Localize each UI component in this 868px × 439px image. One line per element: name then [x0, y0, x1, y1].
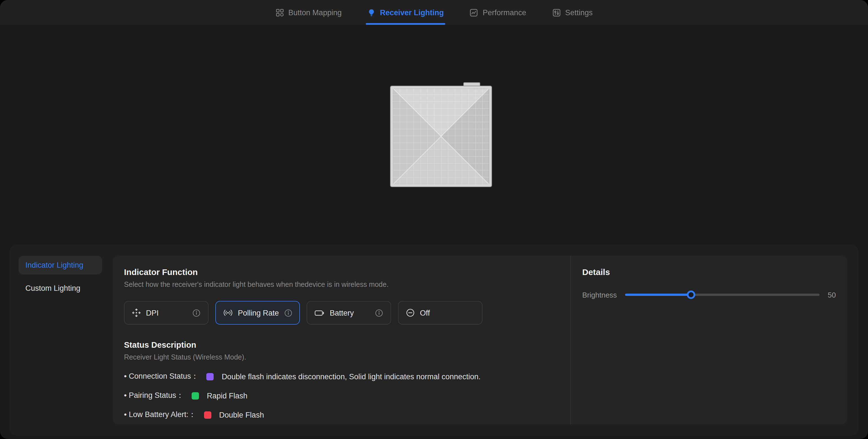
status-item-connection: • Connection Status： Double flash indica…: [124, 371, 559, 381]
option-label: DPI: [146, 309, 159, 317]
settings-icon: [552, 8, 561, 17]
option-label: Battery: [330, 309, 354, 317]
option-polling-rate[interactable]: Polling Rate: [215, 301, 300, 324]
slider-thumb[interactable]: [687, 290, 695, 299]
info-icon[interactable]: [284, 309, 292, 317]
status-color-swatch: [204, 411, 211, 418]
status-text: Rapid Flash: [207, 391, 247, 400]
brightness-slider[interactable]: [625, 290, 819, 299]
app-window: Button Mapping Receiver Lighting: [0, 0, 868, 439]
receiver-preview: [391, 86, 492, 187]
option-label: Off: [420, 309, 430, 317]
brightness-value: 50: [828, 290, 836, 299]
status-color-swatch: [192, 392, 199, 399]
active-tab-underline: [366, 23, 445, 25]
status-label: • Pairing Status：: [124, 390, 184, 401]
performance-icon: [470, 8, 478, 17]
slider-fill: [625, 293, 691, 296]
indicator-function-description: Select how the receiver's indicator ligh…: [124, 281, 559, 288]
battery-icon: [314, 309, 324, 316]
off-icon: [406, 308, 415, 317]
status-description-section: Status Description Receiver Light Status…: [124, 340, 559, 420]
tab-receiver-lighting[interactable]: Receiver Lighting: [366, 0, 445, 25]
dpi-icon: [132, 308, 141, 317]
tab-label: Settings: [565, 8, 593, 17]
status-label: • Connection Status：: [124, 371, 199, 381]
tab-label: Button Mapping: [288, 8, 342, 17]
status-description-title: Status Description: [124, 340, 559, 349]
indicator-card: Indicator Function Select how the receiv…: [113, 256, 847, 425]
indicator-function-section: Indicator Function Select how the receiv…: [113, 256, 570, 425]
option-label: Polling Rate: [238, 309, 279, 317]
sidebar-item-indicator-lighting[interactable]: Indicator Lighting: [19, 256, 102, 275]
indicator-function-title: Indicator Function: [124, 267, 559, 277]
receiver-dongle-image: [391, 86, 492, 187]
tab-performance[interactable]: Performance: [468, 0, 528, 25]
status-description-subtitle: Receiver Light Status (Wireless Mode).: [124, 353, 559, 361]
info-icon[interactable]: [192, 309, 200, 317]
status-text: Double flash indicates disconnection, So…: [222, 372, 481, 381]
option-off[interactable]: Off: [398, 301, 483, 324]
tab-button-mapping[interactable]: Button Mapping: [274, 0, 343, 25]
top-nav: Button Mapping Receiver Lighting: [0, 0, 868, 25]
status-color-swatch: [207, 373, 214, 380]
details-title: Details: [582, 267, 836, 277]
bulb-icon: [368, 8, 375, 17]
brightness-label: Brightness: [582, 290, 617, 299]
indicator-function-options: DPI: [124, 301, 559, 324]
tab-settings[interactable]: Settings: [550, 0, 594, 25]
lighting-panel: Indicator Lighting Custom Lighting Indic…: [9, 245, 859, 436]
tab-bar: Button Mapping Receiver Lighting: [274, 0, 594, 25]
button-mapping-icon: [275, 8, 284, 17]
polling-rate-icon: [223, 308, 233, 317]
brightness-row: Brightness 50: [582, 290, 836, 299]
status-label: • Low Battery Alert:：: [124, 410, 196, 420]
status-item-pairing: • Pairing Status： Rapid Flash: [124, 390, 559, 401]
details-section: Details Brightness 50: [571, 256, 847, 425]
tab-label: Performance: [483, 8, 526, 17]
status-list: • Connection Status： Double flash indica…: [124, 371, 559, 420]
status-text: Double Flash: [219, 411, 264, 419]
option-dpi[interactable]: DPI: [124, 301, 209, 324]
tab-label: Receiver Lighting: [380, 8, 444, 17]
info-icon[interactable]: [375, 309, 383, 317]
sidebar-item-custom-lighting[interactable]: Custom Lighting: [19, 279, 102, 297]
option-battery[interactable]: Battery: [307, 301, 391, 324]
lighting-sidebar: Indicator Lighting Custom Lighting: [19, 256, 102, 297]
status-item-low-battery: • Low Battery Alert:： Double Flash: [124, 410, 559, 420]
